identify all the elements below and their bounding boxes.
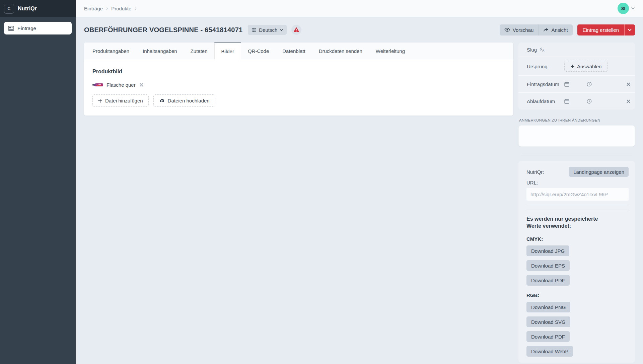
download-rgb-svg-button[interactable]: Download SVG — [526, 316, 570, 327]
clock-icon[interactable] — [587, 82, 592, 87]
breadcrumb: Einträge › Produkte › — [84, 5, 137, 11]
upload-files-label: Dateien hochladen — [168, 98, 210, 103]
plus-icon — [98, 99, 102, 103]
clock-icon[interactable] — [587, 99, 592, 104]
origin-select-label: Auswählen — [577, 64, 601, 69]
change-notes-label: ANMERKUNGEN ZU IHREN ÄNDERUNGEN — [519, 118, 634, 122]
add-file-label: Datei hinzufügen — [105, 98, 143, 103]
clear-date-icon[interactable] — [627, 82, 630, 86]
expiry-date-label: Ablaufdatum — [527, 98, 555, 104]
origin-label: Ursprung — [527, 64, 548, 69]
app-logo-letter: C — [7, 6, 10, 11]
bottle-thumbnail[interactable] — [92, 83, 103, 87]
warning-triangle-icon — [293, 27, 299, 32]
divider — [526, 210, 629, 210]
rgb-label: RGB: — [526, 292, 629, 298]
topbar: Einträge › Produkte › SI — [76, 0, 643, 17]
cloud-upload-icon — [159, 98, 165, 103]
tab-druckdaten-senden[interactable]: Druckdaten senden — [312, 43, 369, 59]
entry-fields-card: Slug A Ursprung Auswähl — [518, 43, 635, 110]
saved-values-heading: Es werden nur gespeicherte Werte verwend… — [526, 215, 603, 229]
tab-zutaten[interactable]: Zutaten — [184, 43, 214, 59]
translate-icon[interactable]: A — [540, 47, 545, 52]
url-input[interactable] — [526, 188, 629, 201]
entry-date-label: Eintragsdatum — [527, 81, 559, 87]
slug-label: Slug — [527, 47, 537, 53]
cmyk-label: CMYK: — [526, 236, 629, 242]
divider — [526, 205, 629, 205]
download-cmyk-eps-button[interactable]: Download EPS — [526, 260, 570, 271]
url-label: URL: — [526, 180, 629, 186]
create-entry-caret-button[interactable] — [624, 24, 635, 35]
download-rgb-png-button[interactable]: Download PNG — [526, 302, 570, 312]
remove-asset-icon[interactable] — [140, 83, 143, 87]
eye-icon — [504, 28, 510, 32]
calendar-icon[interactable] — [564, 82, 569, 87]
content-area: OBERFÖHRUNGER VOGELSPINNE - 6541814071 D… — [76, 17, 643, 364]
language-label: Deutsch — [259, 27, 277, 33]
clear-date-icon[interactable] — [627, 99, 630, 103]
sidebar-item-eintraege[interactable]: Einträge — [4, 22, 72, 34]
download-rgb-pdf-button[interactable]: Download PDF — [526, 331, 570, 342]
landingpage-button[interactable]: Landingpage anzeigen — [569, 167, 629, 177]
tab-qr-code[interactable]: QR-Code — [241, 43, 276, 59]
entries-icon — [8, 26, 14, 31]
chevron-down-icon — [628, 29, 632, 31]
chevron-right-icon: › — [106, 5, 108, 11]
chevron-down-icon — [280, 29, 283, 31]
entry-date-row: Eintragsdatum — [518, 76, 635, 93]
preview-label: Vorschau — [513, 27, 534, 33]
entry-form-card: Produktangaben Inhaltsangaben Zutaten Bi… — [84, 43, 513, 116]
language-dropdown[interactable]: Deutsch — [248, 25, 287, 35]
tab-bilder[interactable]: Bilder — [214, 43, 241, 59]
app-name: NutriQr — [18, 6, 37, 12]
download-cmyk-jpg-button[interactable]: Download JPG — [526, 245, 569, 256]
plus-icon — [571, 65, 574, 68]
sidebar-item-label: Einträge — [17, 25, 36, 31]
slug-row: Slug A — [518, 43, 635, 57]
tab-datenblatt[interactable]: Datenblatt — [276, 43, 312, 59]
warning-badge[interactable] — [291, 25, 301, 35]
download-cmyk-pdf-button[interactable]: Download PDF — [526, 275, 570, 286]
nutriqr-label: NutriQr: — [526, 169, 544, 175]
sidebar-header: C NutriQr — [0, 0, 76, 17]
product-image-heading: Produktbild — [92, 69, 505, 75]
expiry-date-row: Ablaufdatum — [518, 93, 635, 110]
user-avatar[interactable]: SI — [618, 3, 629, 14]
origin-select-button[interactable]: Auswählen — [564, 61, 608, 72]
globe-icon — [252, 27, 257, 32]
svg-text:A: A — [543, 49, 545, 52]
breadcrumb-entries[interactable]: Einträge — [84, 6, 103, 11]
chevron-down-icon[interactable] — [631, 7, 635, 10]
chevron-right-icon: › — [135, 5, 136, 11]
tab-produktangaben[interactable]: Produktangaben — [86, 43, 136, 59]
tab-weiterleitung[interactable]: Weiterleitung — [369, 43, 412, 59]
tab-bar: Produktangaben Inhaltsangaben Zutaten Bi… — [84, 43, 513, 59]
asset-row: Flasche quer — [92, 82, 505, 88]
asset-filename: Flasche quer — [106, 82, 136, 88]
view-label: Ansicht — [551, 27, 568, 33]
view-button[interactable]: Ansicht — [538, 24, 572, 35]
calendar-icon[interactable] — [564, 99, 569, 104]
app-logo[interactable]: C — [4, 4, 14, 14]
sidebar: C NutriQr Einträge — [0, 0, 76, 364]
download-rgb-webp-button[interactable]: Download WebP — [526, 346, 573, 357]
share-arrow-icon — [543, 28, 549, 32]
origin-row: Ursprung Auswählen — [518, 57, 635, 76]
preview-button[interactable]: Vorschau — [500, 24, 539, 35]
tab-inhaltsangaben[interactable]: Inhaltsangaben — [136, 43, 184, 59]
nutriqr-card: NutriQr: Landingpage anzeigen URL: Es we… — [518, 161, 635, 363]
divider — [521, 155, 632, 155]
change-notes-textarea[interactable] — [518, 125, 635, 147]
right-panel: Slug A Ursprung Auswähl — [518, 43, 635, 364]
upload-files-button[interactable]: Dateien hochladen — [153, 94, 215, 107]
page-title: OBERFÖHRUNGER VOGELSPINNE - 6541814071 — [84, 26, 242, 34]
breadcrumb-products[interactable]: Produkte — [111, 6, 131, 11]
add-file-button[interactable]: Datei hinzufügen — [92, 94, 149, 107]
create-entry-button[interactable]: Eintrag erstellen — [577, 24, 624, 35]
